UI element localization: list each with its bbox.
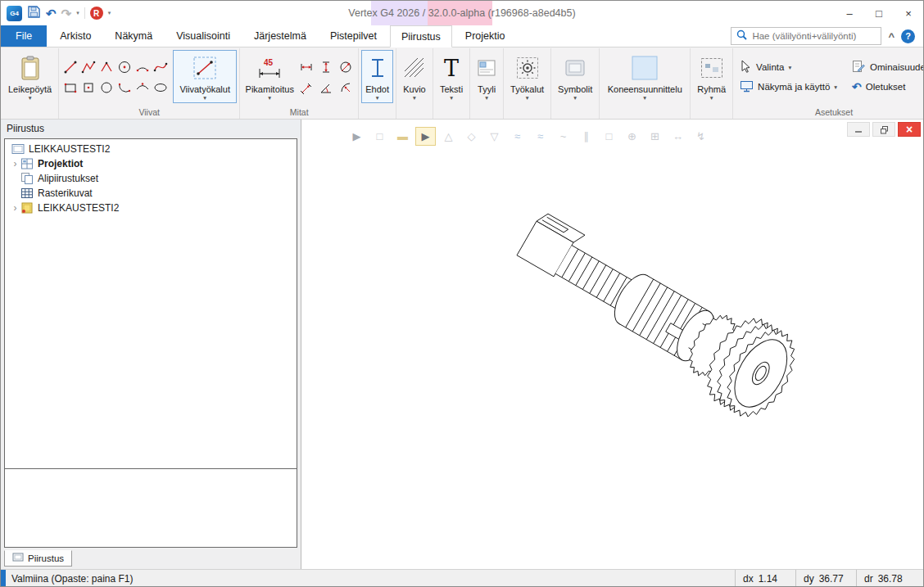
valinta-button[interactable]: Valinta ▾ bbox=[736, 57, 841, 77]
canvas-tool-filter[interactable]: ▽ bbox=[484, 127, 505, 146]
tyokalut-label: Työkalut bbox=[510, 84, 544, 94]
radius-dimension-icon[interactable] bbox=[337, 78, 355, 97]
arc-3pt-tool-icon[interactable] bbox=[134, 78, 152, 97]
tab-file[interactable]: File bbox=[1, 25, 47, 47]
app-logo-icon[interactable]: G4 bbox=[7, 6, 22, 21]
qat-dropdown-icon[interactable]: ▾ bbox=[108, 10, 111, 16]
drawing-canvas[interactable]: × ▶ □ ▬ ▶ △ ◇ ▽ ≈ ≈ ~ ∥ □ ⊕ ⊞ ↔ ↯ bbox=[301, 120, 923, 569]
pikamitoitus-button[interactable]: 45 Pikamitoitus ▾ bbox=[242, 50, 297, 103]
status-message: Valmiina (Opaste: paina F1) bbox=[6, 573, 134, 585]
teksti-dropdown-icon: ▾ bbox=[450, 95, 453, 102]
canvas-tool-polygon[interactable]: ◇ bbox=[461, 127, 482, 146]
ellipse-tool-icon[interactable] bbox=[152, 78, 170, 97]
tree-item-alipiirustukset[interactable]: Alipiirustukset bbox=[5, 171, 297, 186]
canvas-tool-freehand[interactable]: ~ bbox=[553, 127, 573, 146]
aligned-dimension-icon[interactable] bbox=[297, 78, 315, 97]
save-button[interactable] bbox=[27, 5, 41, 22]
horizontal-dimension-icon[interactable] bbox=[297, 57, 315, 77]
tree-item-label: Projektiot bbox=[38, 158, 83, 169]
tab-projektio[interactable]: Projektio bbox=[455, 25, 516, 47]
canvas-tool-ruler[interactable]: ▬ bbox=[392, 127, 413, 146]
line-tools-icon bbox=[192, 53, 217, 83]
canvas-tool-zoom[interactable]: ⊕ bbox=[622, 127, 642, 146]
nakyma-ja-kaytto-button[interactable]: Näkymä ja käyttö ▾ bbox=[736, 77, 841, 97]
square-tool-icon[interactable] bbox=[79, 78, 97, 97]
expand-chevron-icon[interactable]: › bbox=[10, 201, 20, 214]
svg-text:45: 45 bbox=[264, 58, 274, 67]
doc-restore-button[interactable] bbox=[872, 122, 895, 137]
tab-nakyma[interactable]: Näkymä bbox=[104, 25, 163, 47]
tab-arkisto[interactable]: Arkisto bbox=[49, 25, 102, 47]
ominaisuudet-button[interactable]: Ominaisuudet bbox=[848, 57, 924, 77]
canvas-tool-waves[interactable]: ≈ bbox=[530, 127, 550, 146]
line-tool-icon[interactable] bbox=[61, 57, 79, 77]
teksti-button[interactable]: T Teksti ▾ bbox=[436, 50, 467, 103]
koneensuunnittelu-button[interactable]: Koneensuunnittelu ▾ bbox=[602, 50, 687, 103]
ryhma-button[interactable]: Ryhmä ▾ bbox=[693, 50, 730, 103]
redo-dropdown-icon[interactable]: ▾ bbox=[76, 10, 79, 16]
drawing-tree[interactable]: LEIKKAUSTESTI2 › Projektiot Alipiirustuk… bbox=[4, 138, 297, 469]
tree-item-label: Alipiirustukset bbox=[38, 173, 98, 184]
oletukset-button[interactable]: ↶ Oletukset bbox=[848, 77, 924, 97]
paste-dropdown-icon: ▾ bbox=[29, 95, 32, 102]
undo-button[interactable]: ↶ bbox=[46, 7, 57, 20]
tyokalut-button[interactable]: Työkalut ▾ bbox=[506, 50, 548, 103]
expand-chevron-icon[interactable]: › bbox=[10, 157, 20, 170]
canvas-tool-select-box[interactable]: □ bbox=[369, 127, 390, 146]
window-title: Vertex G4 2026 / 32.0.0-alpha (r196968-a… bbox=[1, 7, 923, 19]
minimize-button[interactable]: – bbox=[835, 1, 864, 25]
rectangle-tool-icon[interactable] bbox=[61, 78, 79, 97]
style-icon bbox=[477, 53, 496, 83]
tree-item-rasterikuvat[interactable]: Rasterikuvat bbox=[5, 186, 297, 201]
canvas-tool-axis[interactable]: ↯ bbox=[691, 127, 711, 146]
symbolit-button[interactable]: Symbolit ▾ bbox=[554, 50, 596, 103]
kuvio-button[interactable]: Kuvio ▾ bbox=[399, 50, 430, 103]
search-input[interactable]: Hae (välilyönti+välilyönti) bbox=[731, 27, 881, 45]
help-button[interactable]: ? bbox=[901, 29, 915, 43]
canvas-tool-parallel[interactable]: ∥ bbox=[576, 127, 596, 146]
panel-tab-piirustus[interactable]: Piirustus bbox=[4, 550, 72, 567]
tab-piirustus[interactable]: Piirustus bbox=[390, 25, 452, 47]
spline-tool-icon[interactable] bbox=[152, 57, 170, 77]
canvas-tool-pointer[interactable]: ▶ bbox=[346, 127, 367, 146]
close-button[interactable]: × bbox=[894, 1, 923, 25]
kuvio-dropdown-icon: ▾ bbox=[413, 95, 416, 102]
collapse-ribbon-icon[interactable]: ^ bbox=[888, 30, 895, 43]
canvas-tool-cursor-active[interactable]: ▶ bbox=[415, 127, 436, 146]
text-icon: T bbox=[444, 57, 459, 79]
tab-pistepilvet[interactable]: Pistepilvet bbox=[319, 25, 387, 47]
doc-close-button[interactable]: × bbox=[898, 122, 921, 137]
circle-center-tool-icon[interactable] bbox=[116, 57, 134, 77]
tyyli-button[interactable]: Tyyli ▾ bbox=[473, 50, 500, 103]
canvas-tool-region[interactable]: □ bbox=[599, 127, 619, 146]
circle-tool-icon[interactable] bbox=[97, 78, 116, 97]
doc-minimize-button[interactable] bbox=[847, 122, 870, 137]
arc-2pt-tool-icon[interactable] bbox=[116, 78, 134, 97]
angle-dimension-icon[interactable] bbox=[317, 78, 335, 97]
tree-item-root[interactable]: LEIKKAUSTESTI2 bbox=[5, 142, 297, 156]
pikamitoitus-label: Pikamitoitus bbox=[246, 84, 294, 94]
canvas-tool-layers[interactable]: ≈ bbox=[507, 127, 528, 146]
maximize-button[interactable]: □ bbox=[864, 1, 894, 25]
tree-item-leikkaustesti2[interactable]: › LEIKKAUSTESTI2 bbox=[5, 201, 297, 215]
redo-button[interactable]: ↷ bbox=[61, 7, 72, 20]
canvas-tool-grid[interactable]: ⊞ bbox=[645, 127, 665, 146]
tree-item-projektiot[interactable]: › Projektiot bbox=[5, 156, 297, 171]
viivatyokalut-button[interactable]: Viivatyökalut ▾ bbox=[173, 50, 237, 103]
tab-jarjestelma[interactable]: Järjestelmä bbox=[243, 25, 317, 47]
sheet-yellow-icon bbox=[20, 201, 34, 214]
arc-tool-icon[interactable] bbox=[134, 57, 152, 77]
canvas-tool-move[interactable]: ↔ bbox=[668, 127, 688, 146]
vertical-dimension-icon[interactable] bbox=[317, 57, 335, 77]
ryhma-label: Ryhmä bbox=[697, 84, 726, 94]
raster-grid-icon bbox=[20, 187, 34, 200]
canvas-tool-triangle[interactable]: △ bbox=[438, 127, 459, 146]
r-badge-button[interactable]: R bbox=[90, 7, 103, 20]
diameter-dimension-icon[interactable] bbox=[337, 57, 355, 77]
tyyli-label: Tyyli bbox=[478, 84, 496, 94]
paste-button[interactable]: Leikepöytä ▾ bbox=[4, 50, 56, 103]
polyline-tool-icon[interactable] bbox=[79, 57, 97, 77]
ehdot-button[interactable]: Ehdot ▾ bbox=[361, 50, 393, 103]
tab-visualisointi[interactable]: Visualisointi bbox=[165, 25, 241, 47]
angle-line-tool-icon[interactable] bbox=[97, 57, 116, 77]
